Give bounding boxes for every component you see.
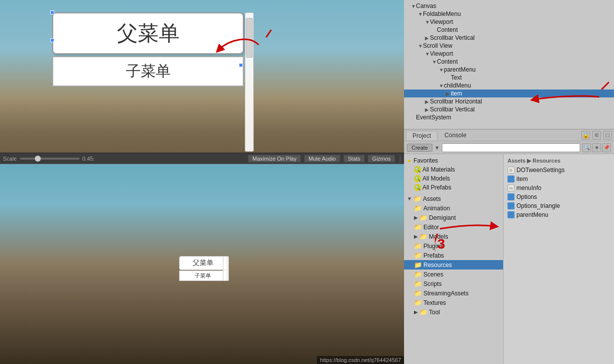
search-input[interactable] xyxy=(442,143,580,152)
maximize-on-play-btn[interactable]: Maximize On Play xyxy=(248,155,301,163)
filter-icon[interactable]: ⚟ xyxy=(592,131,601,140)
all-prefabs-label: All Prefabs xyxy=(422,184,451,191)
main-layout: 父菜单 子菜单 xyxy=(0,0,614,364)
hierarchy-item-content2[interactable]: Content xyxy=(404,58,614,66)
animation-item[interactable]: 📁 Animation xyxy=(404,203,503,213)
plugins-item[interactable]: 📁 Plugins xyxy=(404,241,503,251)
hierarchy-item-text[interactable]: Text xyxy=(404,74,614,82)
asset-options[interactable]: Options xyxy=(504,192,614,201)
parent-menu-button[interactable]: 父菜单 xyxy=(52,12,244,54)
game-view: 父菜单 子菜单 https://blog.csdn.net/q764424567 xyxy=(0,164,404,364)
right-panel: Canvas FoldableMenu Viewport Content Scr… xyxy=(404,0,614,364)
scroll-bar[interactable] xyxy=(245,12,254,152)
game-parent-btn: 父菜单 xyxy=(179,256,226,270)
svg-line-0 xyxy=(266,30,271,37)
bookmark-icon[interactable]: ★ xyxy=(592,143,601,152)
all-models-item[interactable]: 🔍 All Models xyxy=(404,174,503,183)
textures-item[interactable]: 📁 Textures xyxy=(404,298,503,307)
animation-label: Animation xyxy=(423,205,450,212)
editor-label: Editor xyxy=(423,224,439,231)
scenes-item[interactable]: 📁 Scenes xyxy=(404,270,503,279)
project-content: ★ Favorites 🔍 All Materials 🔍 All Models… xyxy=(404,154,614,364)
tab-console[interactable]: Console xyxy=(438,131,472,140)
prefabs-item[interactable]: 📁 Prefabs xyxy=(404,251,503,260)
create-button[interactable]: Create xyxy=(407,144,432,152)
menu-ui: 父菜单 子菜单 xyxy=(52,12,244,87)
tool-item[interactable]: ▶ 📁 Tool xyxy=(404,307,503,317)
asset-parentmenu[interactable]: parentMenu xyxy=(504,210,614,219)
assets-header[interactable]: ▼ 📁 Assets xyxy=(404,194,503,203)
stats-btn[interactable]: Stats xyxy=(343,155,365,163)
hierarchy-panel[interactable]: Canvas FoldableMenu Viewport Content Scr… xyxy=(404,0,614,129)
hierarchy-item-eventsystem[interactable]: EventSystem xyxy=(404,113,614,121)
gizmos-btn[interactable]: Gizmos xyxy=(368,155,395,163)
handle-tl[interactable] xyxy=(50,10,54,14)
arrow-viewport2 xyxy=(425,51,430,57)
streaming-item[interactable]: 📁 StreamingAssets xyxy=(404,288,503,298)
item-icon xyxy=(508,176,514,182)
game-menu-preview: 父菜单 子菜单 xyxy=(179,256,226,281)
asset-item[interactable]: item xyxy=(504,175,614,183)
arrow-canvas xyxy=(411,3,416,9)
hierarchy-item-scroll-view[interactable]: Scroll View xyxy=(404,42,614,50)
child-menu-panel[interactable]: 子菜单 xyxy=(52,56,244,87)
panel-tabs: Project Console 🔒 ⚟ □ xyxy=(404,129,614,141)
asset-menuinfo[interactable]: m menuInfo xyxy=(504,183,614,192)
editor-item[interactable]: 📁 Editor xyxy=(404,222,503,232)
asset-dotween[interactable]: D DOTweenSettings xyxy=(504,166,614,175)
search-icon-btn[interactable]: 🔍 xyxy=(582,143,591,152)
all-prefabs-item[interactable]: 🔍 All Prefabs xyxy=(404,183,503,192)
project-toolbar: Create ▼ 🔍 ★ 📌 xyxy=(404,141,614,154)
scale-value: 0.45: xyxy=(83,156,95,162)
arrow-parentmenu xyxy=(439,67,444,73)
star-icon: ★ xyxy=(407,158,412,164)
models-item[interactable]: ▶ 📁 Models xyxy=(404,232,503,241)
hierarchy-item-scrollbar-v1[interactable]: Scrollbar Vertical xyxy=(404,34,614,42)
child-menu-text: 子菜单 xyxy=(126,63,171,79)
hierarchy-item-content1[interactable]: Content xyxy=(404,26,614,34)
editor-folder-icon: 📁 xyxy=(414,223,422,231)
hierarchy-item-canvas[interactable]: Canvas xyxy=(404,2,614,10)
scene-view: 父菜单 子菜单 xyxy=(0,0,404,164)
demigiant-item[interactable]: ▶ 📁 Demigiant xyxy=(404,213,503,222)
handle-br[interactable] xyxy=(239,63,243,67)
hierarchy-item-childmenu[interactable]: childMenu xyxy=(404,82,614,90)
scale-slider[interactable] xyxy=(20,158,80,160)
streaming-folder-icon: 📁 xyxy=(414,289,422,297)
hierarchy-item-item[interactable]: item xyxy=(404,90,614,97)
tool-arrow: ▶ xyxy=(414,309,418,315)
arrow-scrollbar-v1 xyxy=(425,35,430,41)
pin-icon[interactable]: 📌 xyxy=(602,143,611,152)
assets-arrow: ▼ xyxy=(407,196,412,201)
slider-thumb[interactable] xyxy=(35,156,41,162)
resources-label: Resources xyxy=(423,262,452,269)
lock-icon[interactable]: 🔒 xyxy=(581,131,590,140)
resources-item[interactable]: 📁 Resources xyxy=(404,260,503,270)
tool-label: Tool xyxy=(429,309,440,316)
arrow-scroll-view xyxy=(418,43,423,49)
textures-folder-icon: 📁 xyxy=(414,299,422,306)
maximize-icon[interactable]: □ xyxy=(603,131,612,140)
hierarchy-item-scrollbar-h[interactable]: Scrollbar Horizontal xyxy=(404,97,614,105)
handle-ml[interactable] xyxy=(50,38,54,42)
project-tree: ★ Favorites 🔍 All Materials 🔍 All Models… xyxy=(404,154,504,364)
options-triangle-label: Options_triangle xyxy=(516,202,560,209)
streaming-label: StreamingAssets xyxy=(423,290,469,297)
asset-options-triangle[interactable]: Options_triangle xyxy=(504,201,614,210)
mute-audio-btn[interactable]: Mute Audio xyxy=(304,155,340,163)
prefabs-label: Prefabs xyxy=(423,252,444,259)
dotween-label: DOTweenSettings xyxy=(516,167,565,174)
hierarchy-item-viewport2[interactable]: Viewport xyxy=(404,50,614,58)
hierarchy-item-viewport1[interactable]: Viewport xyxy=(404,18,614,26)
scroll-thumb[interactable] xyxy=(246,18,253,58)
scripts-item[interactable]: 📁 Scripts xyxy=(404,279,503,288)
demigiant-arrow: ▶ xyxy=(414,215,418,220)
all-materials-item[interactable]: 🔍 All Materials xyxy=(404,165,503,174)
project-right-panel: Assets ▶ Resources D DOTweenSettings ite… xyxy=(504,154,614,364)
tab-project[interactable]: Project xyxy=(406,131,437,140)
hierarchy-item-foldablemenu[interactable]: FoldableMenu xyxy=(404,10,614,18)
hierarchy-item-scrollbar-v2[interactable]: Scrollbar Vertical xyxy=(404,105,614,113)
scenes-label: Scenes xyxy=(423,271,443,278)
favorites-header[interactable]: ★ Favorites xyxy=(404,156,503,165)
hierarchy-item-parentmenu[interactable]: parentMenu xyxy=(404,66,614,74)
